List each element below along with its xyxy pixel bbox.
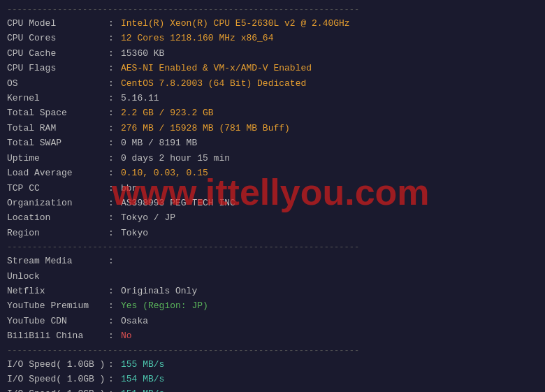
value-uptime: 0 days 2 hour 15 min	[121, 151, 230, 166]
row-cpu-cores: CPU Cores : 12 Cores 1218.160 MHz x86_64	[7, 31, 538, 45]
label-total-ram: Total RAM	[7, 121, 108, 136]
label-total-space: Total Space	[7, 106, 108, 120]
label-cpu-cores: CPU Cores	[7, 31, 108, 45]
label-location: Location	[7, 210, 108, 225]
row-load-average: Load Average : 0.10, 0.03, 0.15	[7, 166, 538, 180]
label-kernel: Kernel	[7, 91, 108, 106]
row-stream-title: Stream Media Unlock :	[7, 254, 538, 284]
row-netflix: Netflix : Originals Only	[7, 284, 538, 298]
value-cpu-model: Intel(R) Xeon(R) CPU E5-2630L v2 @ 2.40G…	[121, 16, 350, 31]
value-tcp-cc: bbr	[121, 181, 137, 196]
value-total-space: 2.2 GB / 923.2 GB	[121, 106, 214, 120]
label-load-average: Load Average	[7, 166, 108, 180]
row-cpu-model: CPU Model : Intel(R) Xeon(R) CPU E5-2630…	[7, 16, 538, 31]
value-youtube-cdn: Osaka	[121, 314, 148, 328]
label-os: OS	[7, 76, 108, 91]
row-io-speed-2: I/O Speed( 1.0GB ) : 154 MB/s	[7, 372, 538, 386]
row-youtube-cdn: YouTube CDN : Osaka	[7, 314, 538, 328]
label-organization: Organization	[7, 196, 108, 210]
row-cpu-cache: CPU Cache : 15360 KB	[7, 46, 538, 61]
label-total-swap: Total SWAP	[7, 136, 108, 150]
value-youtube-premium: Yes (Region: JP)	[121, 298, 208, 313]
divider-media: ----------------------------------------…	[7, 242, 538, 254]
value-total-ram: 276 MB / 15928 MB (781 MB Buff)	[121, 121, 290, 136]
value-organization: AS398993 PEG TECH INC	[121, 196, 235, 210]
row-youtube-premium: YouTube Premium : Yes (Region: JP)	[7, 298, 538, 313]
row-io-speed-3: I/O Speed( 1.0GB ) : 151 MB/s	[7, 386, 538, 392]
value-io-speed-3: 151 MB/s	[121, 386, 164, 392]
value-bilibili: No	[121, 328, 132, 343]
value-cpu-cache: 15360 KB	[121, 46, 164, 61]
value-total-swap: 0 MB / 8191 MB	[121, 136, 197, 150]
label-netflix: Netflix	[7, 284, 108, 298]
row-io-speed-1: I/O Speed( 1.0GB ) : 155 MB/s	[7, 357, 538, 372]
label-region: Region	[7, 226, 108, 240]
row-total-ram: Total RAM : 276 MB / 15928 MB (781 MB Bu…	[7, 121, 538, 136]
row-total-swap: Total SWAP : 0 MB / 8191 MB	[7, 136, 538, 150]
label-youtube-cdn: YouTube CDN	[7, 314, 108, 328]
value-load-average: 0.10, 0.03, 0.15	[121, 166, 208, 180]
label-cpu-model: CPU Model	[7, 16, 108, 31]
value-region: Tokyo	[121, 226, 148, 240]
label-youtube-premium: YouTube Premium	[7, 298, 108, 313]
divider-io: ----------------------------------------…	[7, 345, 538, 357]
row-location: Location : Tokyo / JP	[7, 210, 538, 225]
label-cpu-cache: CPU Cache	[7, 46, 108, 61]
system-section: ----------------------------------------…	[7, 4, 538, 240]
io-section: I/O Speed( 1.0GB ) : 155 MB/s I/O Speed(…	[7, 357, 538, 392]
label-io-speed-2: I/O Speed( 1.0GB )	[7, 372, 108, 386]
value-location: Tokyo / JP	[121, 210, 175, 225]
label-bilibili: BiliBili China	[7, 328, 108, 343]
divider-top: ----------------------------------------…	[7, 4, 538, 16]
media-section: Stream Media Unlock : Netflix : Original…	[7, 254, 538, 344]
label-uptime: Uptime	[7, 151, 108, 166]
value-os: CentOS 7.8.2003 (64 Bit) Dedicated	[121, 76, 306, 91]
value-io-speed-1: 155 MB/s	[121, 357, 164, 372]
row-total-space: Total Space : 2.2 GB / 923.2 GB	[7, 106, 538, 120]
label-io-speed-1: I/O Speed( 1.0GB )	[7, 357, 108, 372]
main-container: ----------------------------------------…	[7, 4, 538, 392]
label-stream-media: Stream Media Unlock	[7, 254, 108, 284]
value-kernel: 5.16.11	[121, 91, 159, 106]
row-uptime: Uptime : 0 days 2 hour 15 min	[7, 151, 538, 166]
value-cpu-flags: AES-NI Enabled & VM-x/AMD-V Enabled	[121, 61, 312, 75]
row-tcp-cc: TCP CC : bbr	[7, 181, 538, 196]
label-io-speed-3: I/O Speed( 1.0GB )	[7, 386, 108, 392]
label-tcp-cc: TCP CC	[7, 181, 108, 196]
row-organization: Organization : AS398993 PEG TECH INC	[7, 196, 538, 210]
value-cpu-cores: 12 Cores 1218.160 MHz x86_64	[121, 31, 273, 45]
value-netflix: Originals Only	[121, 284, 197, 298]
row-os: OS : CentOS 7.8.2003 (64 Bit) Dedicated	[7, 76, 538, 91]
row-bilibili: BiliBili China : No	[7, 328, 538, 343]
label-cpu-flags: CPU Flags	[7, 61, 108, 75]
value-io-speed-2: 154 MB/s	[121, 372, 164, 386]
row-region: Region : Tokyo	[7, 226, 538, 240]
row-kernel: Kernel : 5.16.11	[7, 91, 538, 106]
row-cpu-flags: CPU Flags : AES-NI Enabled & VM-x/AMD-V …	[7, 61, 538, 75]
